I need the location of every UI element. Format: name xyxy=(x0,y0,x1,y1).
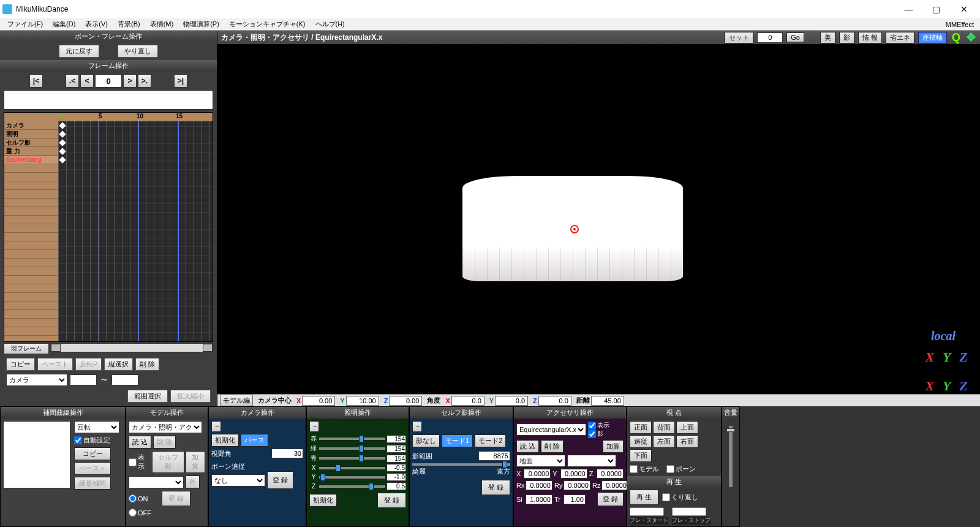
menu-mocap[interactable]: モーションキャプチャ(K) xyxy=(224,18,311,30)
camera-register-button[interactable]: 登 録 xyxy=(267,471,293,489)
3d-viewport[interactable]: local X Y Z X Y Z xyxy=(217,44,980,394)
maximize-button[interactable]: ▢ xyxy=(922,0,950,18)
light-collapse-button[interactable]: − xyxy=(309,421,319,432)
view-top-button[interactable]: 上面 xyxy=(676,421,698,434)
curve-mode-select[interactable]: 回転 xyxy=(74,421,119,433)
ang-y[interactable] xyxy=(495,396,528,406)
light-register-button[interactable]: 登 録 xyxy=(377,493,406,508)
minimize-button[interactable]: — xyxy=(895,0,922,18)
ang-z[interactable] xyxy=(538,396,571,406)
current-frame-button[interactable]: 現フレーム xyxy=(4,343,49,354)
acc-tr[interactable] xyxy=(564,495,586,504)
curve-paste-button[interactable]: ペースト xyxy=(74,462,111,475)
frame-first-button[interactable]: |< xyxy=(29,74,43,88)
view-bone-checkbox[interactable] xyxy=(666,465,674,473)
frame-stop-input[interactable] xyxy=(672,507,706,516)
set-button[interactable]: セット xyxy=(725,32,753,44)
goto-frame-input[interactable] xyxy=(757,32,783,43)
light-g-slider[interactable] xyxy=(319,447,385,450)
menu-background[interactable]: 背景(B) xyxy=(113,18,145,30)
model-select[interactable]: カメラ・照明・アクセサリ xyxy=(129,421,202,433)
menu-edit[interactable]: 編集(D) xyxy=(48,18,80,30)
model-load-button[interactable]: 読 込 xyxy=(129,436,151,449)
ang-x[interactable] xyxy=(451,396,484,406)
light-init-button[interactable]: 初期化 xyxy=(309,494,337,507)
keyframe[interactable] xyxy=(59,122,66,129)
close-button[interactable]: ✕ xyxy=(950,0,978,18)
acc-add-button[interactable]: 加算 xyxy=(603,440,624,453)
model-delete-button[interactable]: 削 除 xyxy=(153,436,176,449)
camera-collapse-button[interactable]: − xyxy=(211,421,221,432)
view-right-button[interactable]: 右面 xyxy=(676,435,698,448)
light-x-slider[interactable] xyxy=(319,467,385,469)
on-radio[interactable] xyxy=(129,495,137,502)
zoom-button[interactable]: 拡大縮小 xyxy=(170,390,211,403)
cam-x[interactable] xyxy=(302,396,335,406)
acc-bone-select[interactable] xyxy=(567,455,616,467)
view-bottom-button[interactable]: 下面 xyxy=(630,449,652,462)
curve-linear-button[interactable]: 線形補間 xyxy=(74,477,111,490)
distance[interactable] xyxy=(591,396,624,406)
view-follow-button[interactable]: 追従 xyxy=(630,435,652,448)
range-end-input[interactable] xyxy=(111,374,138,385)
menu-physics[interactable]: 物理演算(P) xyxy=(178,18,224,30)
menu-help[interactable]: ヘルプ(H) xyxy=(311,18,350,30)
acc-z[interactable] xyxy=(597,469,624,479)
keyframe[interactable] xyxy=(59,156,66,163)
light-r-slider[interactable] xyxy=(319,438,385,440)
acc-show-checkbox[interactable] xyxy=(588,422,596,430)
model-register-button[interactable]: 登 録 xyxy=(162,491,190,506)
cam-z[interactable] xyxy=(389,396,422,406)
perspective-button[interactable]: パース xyxy=(241,434,268,447)
model-sub-select[interactable] xyxy=(129,476,184,488)
acc-ry[interactable] xyxy=(564,480,590,490)
keyframe[interactable] xyxy=(59,131,66,137)
range-start-input[interactable] xyxy=(70,374,97,385)
frame-prev-button[interactable]: < xyxy=(80,74,94,88)
auto-set-checkbox[interactable] xyxy=(74,436,82,444)
cam-y[interactable] xyxy=(346,396,379,406)
play-button[interactable]: 再 生 xyxy=(630,490,658,505)
acc-parent-select[interactable]: 地面 xyxy=(516,455,565,467)
acc-rz[interactable] xyxy=(601,480,628,490)
gizmo-rot-y[interactable]: Y xyxy=(943,349,951,365)
info-button[interactable]: 情 報 xyxy=(858,32,882,44)
view-model-checkbox[interactable] xyxy=(630,465,638,473)
undo-button[interactable]: 元に戻す xyxy=(59,45,99,58)
view-back-button[interactable]: 背面 xyxy=(653,421,675,434)
shadow-range-slider[interactable] xyxy=(412,463,510,466)
delete-button[interactable]: 削 除 xyxy=(135,358,159,371)
model-show-checkbox[interactable] xyxy=(129,458,137,466)
go-button[interactable]: Go xyxy=(786,32,804,42)
flip-paste-button[interactable]: 反転P xyxy=(75,358,102,371)
shadow-mode2-button[interactable]: モード2 xyxy=(475,434,506,447)
accessory-select[interactable]: EquirectangularX.x xyxy=(516,423,586,436)
eco-button[interactable]: 省エネ xyxy=(886,32,914,44)
shadow-collapse-button[interactable]: − xyxy=(412,421,422,432)
camera-init-button[interactable]: 初期化 xyxy=(211,434,239,447)
track-selfshadow[interactable]: セルフ影 xyxy=(4,138,58,147)
move-icon[interactable]: ✥ xyxy=(965,32,976,43)
zoom-icon[interactable]: Q xyxy=(951,32,962,43)
selfshadow-button[interactable]: セルフ影 xyxy=(152,451,184,473)
volume-slider[interactable] xyxy=(729,426,733,487)
frame-number-input[interactable] xyxy=(95,74,122,88)
frame-start-input[interactable] xyxy=(630,507,664,516)
gizmo-rot-x[interactable]: X xyxy=(925,349,934,365)
view-front-button[interactable]: 正面 xyxy=(630,421,652,434)
acc-load-button[interactable]: 読 込 xyxy=(516,440,539,453)
shadow-mode1-button[interactable]: モード1 xyxy=(442,434,473,447)
menu-expression[interactable]: 表情(M) xyxy=(145,18,179,30)
light-y-slider[interactable] xyxy=(319,476,385,479)
acc-y[interactable] xyxy=(560,469,587,479)
copy-button[interactable]: コピー xyxy=(6,358,35,371)
acc-delete-button[interactable]: 削 除 xyxy=(541,440,564,453)
light-z-slider[interactable] xyxy=(319,485,385,488)
shadow-register-button[interactable]: 登 録 xyxy=(481,480,510,495)
axes-button[interactable]: 座標軸 xyxy=(918,32,947,44)
shadow-none-button[interactable]: 影なし xyxy=(412,434,440,447)
ext-button[interactable]: 外 xyxy=(186,476,200,488)
add-button[interactable]: 加算 xyxy=(186,451,206,473)
track-gravity[interactable]: 重 力 xyxy=(4,147,58,156)
curve-copy-button[interactable]: コピー xyxy=(74,447,111,460)
